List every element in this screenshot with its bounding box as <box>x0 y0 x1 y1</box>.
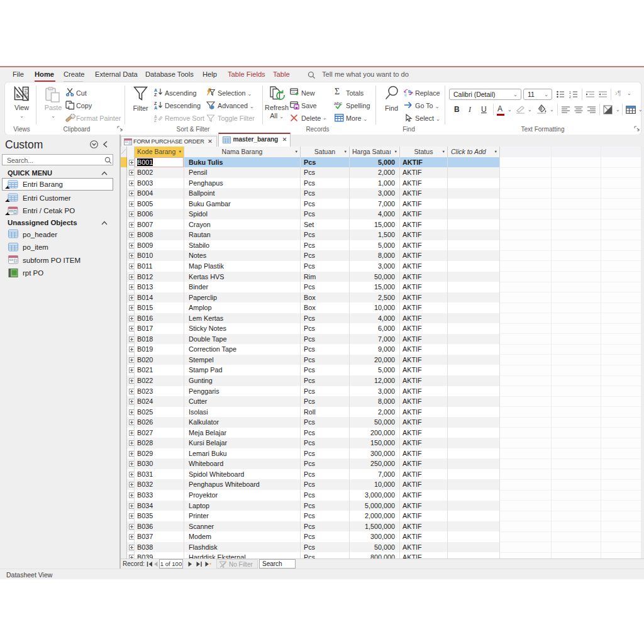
svg-text:*: * <box>209 562 212 567</box>
svg-text:A: A <box>154 88 157 92</box>
svg-text:Z: Z <box>154 101 157 106</box>
svg-text:1: 1 <box>569 91 571 94</box>
svg-text:A: A <box>154 106 157 109</box>
svg-text:Z: Z <box>154 92 157 96</box>
svg-text:b: b <box>408 89 411 94</box>
svg-text:2: 2 <box>569 95 571 99</box>
svg-text:Z: Z <box>154 118 157 122</box>
svg-text:abc: abc <box>334 101 342 106</box>
